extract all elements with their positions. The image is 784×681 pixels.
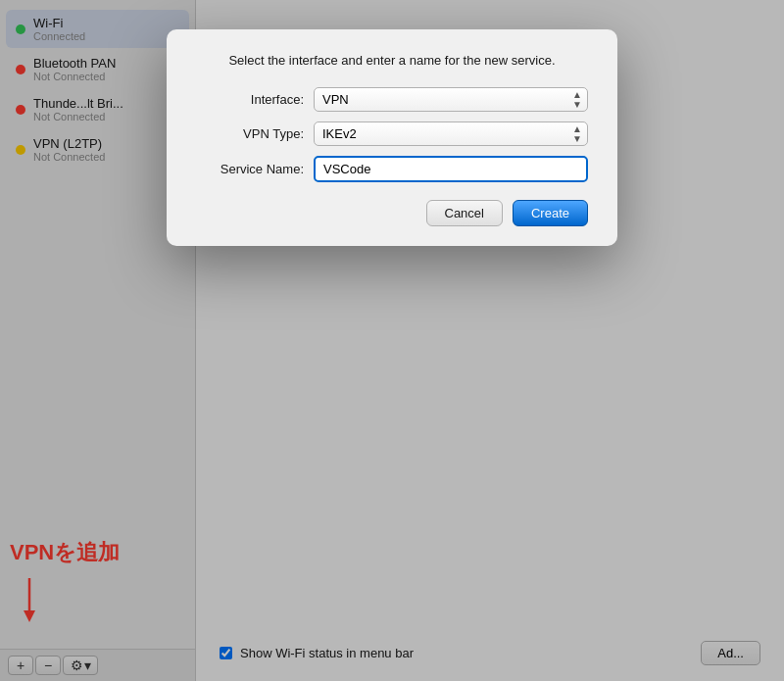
vpn-type-row: VPN Type: IKEv2 L2TP over IPSec Cisco IP… (196, 122, 588, 146)
vpn-type-select-wrapper: IKEv2 L2TP over IPSec Cisco IPSec ▲▼ (314, 122, 588, 146)
modal-buttons: Cancel Create (196, 200, 588, 226)
cancel-button[interactable]: Cancel (426, 200, 503, 226)
modal-form: Interface: VPN Ethernet Wi-Fi ▲▼ VPN Typ… (196, 87, 588, 182)
modal-description: Select the interface and enter a name fo… (196, 53, 588, 68)
service-name-row: Service Name: (196, 156, 588, 182)
vpn-type-select[interactable]: IKEv2 L2TP over IPSec Cisco IPSec (314, 122, 588, 146)
vpn-type-label: VPN Type: (196, 126, 304, 141)
modal-overlay: Select the interface and enter a name fo… (0, 0, 784, 681)
add-service-modal: Select the interface and enter a name fo… (167, 29, 617, 246)
create-button[interactable]: Create (513, 200, 588, 226)
interface-select-wrapper: VPN Ethernet Wi-Fi ▲▼ (314, 87, 588, 112)
service-name-label: Service Name: (196, 162, 304, 176)
interface-label: Interface: (196, 92, 304, 107)
interface-row: Interface: VPN Ethernet Wi-Fi ▲▼ (196, 87, 588, 112)
interface-select[interactable]: VPN Ethernet Wi-Fi (314, 87, 588, 112)
service-name-input[interactable] (314, 156, 588, 182)
